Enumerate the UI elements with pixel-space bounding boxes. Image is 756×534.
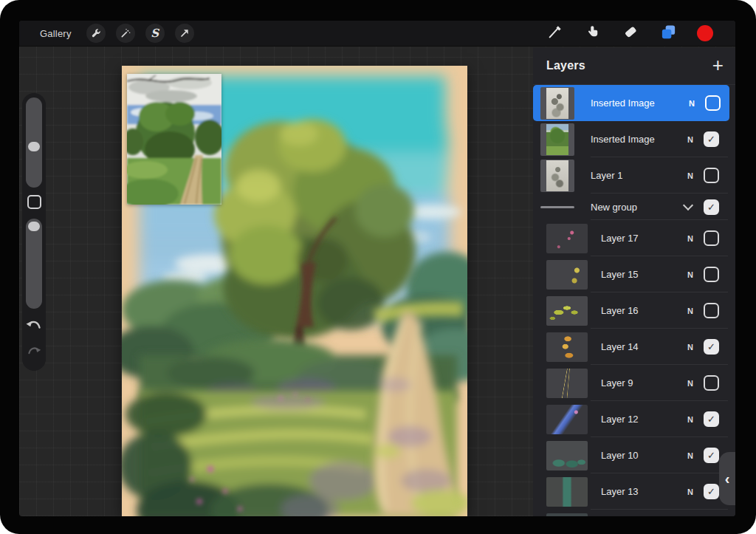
layer-visibility-checkbox[interactable] [704, 375, 719, 391]
layer-visibility-checkbox[interactable] [705, 95, 721, 111]
transform-button[interactable] [175, 24, 194, 43]
canvas[interactable] [122, 66, 467, 516]
color-swatch[interactable] [697, 25, 713, 41]
layer-name: New group [591, 202, 684, 213]
smudge-button[interactable] [584, 24, 602, 42]
chevron-down-icon[interactable] [683, 200, 693, 210]
selection-s-icon: S [151, 28, 159, 39]
layer-visibility-checkbox[interactable] [704, 230, 719, 246]
layer-name: Layer 17 [601, 233, 687, 244]
layer-thumbnail [546, 477, 588, 507]
blend-mode-badge[interactable]: N [687, 415, 693, 424]
blend-mode-badge[interactable]: N [689, 99, 695, 108]
layer-visibility-checkbox[interactable]: ✓ [704, 411, 719, 427]
layer-name: Inserted Image [591, 97, 689, 109]
wrench-icon [90, 27, 102, 39]
layer-thumbnail [546, 296, 588, 326]
smudge-icon [585, 24, 601, 43]
opacity-handle[interactable] [28, 222, 40, 231]
layer-thumbnail [540, 123, 574, 156]
layer-name: Inserted Image [591, 134, 687, 145]
layer-row[interactable]: Inserted Image N [533, 85, 729, 121]
brush-button[interactable] [546, 24, 564, 42]
layer-row[interactable]: Layer 14 N ✓ [533, 329, 728, 365]
procreate-screen: Gallery S [19, 21, 735, 516]
undo-button[interactable] [26, 319, 42, 332]
blend-mode-badge[interactable]: N [687, 487, 693, 496]
chevron-left-icon: ‹ [725, 470, 730, 487]
layer-row[interactable]: Layer 16 N [533, 292, 728, 329]
transform-arrow-icon [179, 27, 190, 39]
blend-mode-badge[interactable]: N [687, 270, 693, 279]
layer-row[interactable]: Inserted Image N ✓ [533, 121, 728, 157]
layer-thumbnail [546, 332, 588, 362]
layer-row[interactable] [533, 510, 728, 516]
eraser-button[interactable] [622, 24, 639, 42]
layer-row[interactable]: Layer 12 N ✓ [533, 401, 728, 437]
brush-size-handle[interactable] [28, 142, 40, 151]
layer-thumbnail [546, 513, 588, 517]
blend-mode-badge[interactable]: N [687, 171, 693, 180]
layers-button[interactable] [659, 24, 677, 42]
layer-row[interactable]: Layer 9 N [533, 365, 728, 401]
blend-mode-badge[interactable]: N [687, 307, 693, 315]
layer-visibility-checkbox[interactable] [704, 267, 719, 282]
top-toolbar: Gallery S [19, 21, 735, 47]
layer-row[interactable]: Layer 17 N [533, 220, 728, 256]
blend-mode-badge[interactable]: N [687, 135, 693, 144]
layer-thumbnail [546, 369, 588, 398]
layer-name: Layer 10 [601, 450, 687, 461]
layer-name: Layer 16 [601, 305, 687, 316]
gallery-button[interactable]: Gallery [40, 28, 72, 39]
brush-size-slider[interactable] [26, 97, 42, 188]
layer-visibility-checkbox[interactable]: ✓ [704, 484, 719, 499]
brush-icon [547, 24, 563, 43]
selection-button[interactable]: S [145, 24, 165, 43]
layer-visibility-checkbox[interactable] [704, 168, 719, 183]
layer-name: Layer 14 [601, 341, 687, 352]
layer-row[interactable]: Layer 13 N ✓ [533, 473, 728, 510]
add-layer-button[interactable]: + [712, 55, 724, 75]
layer-thumbnail [546, 441, 588, 470]
layers-title: Layers [546, 59, 585, 72]
layer-visibility-checkbox[interactable]: ✓ [704, 131, 719, 147]
layer-row[interactable]: New group ✓ [533, 194, 728, 220]
blend-mode-badge[interactable]: N [687, 451, 693, 460]
layers-panel: Layers + Inserted Image N Inserted Image… [533, 47, 735, 516]
opacity-slider[interactable] [26, 219, 42, 309]
layer-thumbnail [546, 405, 588, 434]
panel-handle[interactable]: ‹ [719, 452, 735, 505]
layer-visibility-checkbox[interactable]: ✓ [704, 199, 719, 215]
layer-name: Layer 1 [591, 170, 687, 181]
blend-mode-badge[interactable]: N [687, 234, 693, 243]
layer-name: Layer 13 [601, 486, 687, 497]
blend-mode-badge[interactable]: N [687, 379, 693, 388]
adjustments-button[interactable] [116, 24, 135, 43]
layer-name: Layer 9 [601, 377, 687, 388]
redo-button[interactable] [27, 346, 41, 357]
layer-name: Layer 15 [601, 269, 687, 280]
sidebar [22, 93, 46, 371]
layer-row[interactable]: Layer 10 N ✓ [533, 437, 728, 473]
layer-thumbnail [540, 194, 574, 220]
undo-icon [26, 321, 42, 334]
actions-button[interactable] [86, 24, 106, 43]
eraser-icon [622, 24, 639, 43]
layer-thumbnail [540, 87, 574, 120]
layer-row[interactable]: Layer 15 N [533, 256, 728, 292]
layer-visibility-checkbox[interactable] [704, 303, 719, 318]
blend-mode-badge[interactable]: N [687, 343, 693, 352]
layer-row[interactable]: Layer 1 N [533, 157, 728, 194]
device-frame: Gallery S [0, 0, 756, 534]
reference-photo [127, 74, 221, 205]
layer-name: Layer 12 [601, 414, 687, 425]
magic-wand-icon [120, 27, 131, 39]
layers-panel-header: Layers + [533, 47, 735, 85]
modify-button[interactable] [27, 195, 41, 209]
redo-icon [27, 346, 41, 359]
layer-visibility-checkbox[interactable]: ✓ [704, 339, 719, 355]
layers-icon [660, 24, 677, 44]
layer-thumbnail [546, 260, 588, 290]
layers-list: Inserted Image N Inserted Image N ✓ Laye… [533, 85, 735, 516]
layer-visibility-checkbox[interactable]: ✓ [704, 448, 719, 463]
